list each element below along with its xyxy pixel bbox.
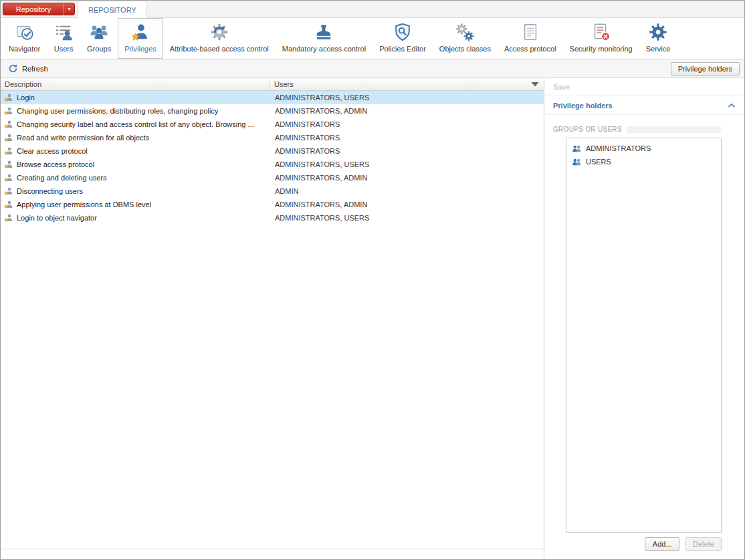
privilege-holders-section-title: Privilege holders bbox=[553, 102, 613, 110]
table-row[interactable]: Applying user permissions at DBMS levelA… bbox=[1, 198, 544, 211]
save-button[interactable]: Save bbox=[544, 78, 744, 96]
cell-description: Login to object navigator bbox=[1, 213, 270, 223]
toolbar-item-navigator[interactable]: Navigator bbox=[2, 18, 47, 59]
members-listbox[interactable]: ADMINISTRATORSUSERS bbox=[566, 138, 722, 533]
privilege-description: Browse access protocol bbox=[17, 160, 94, 168]
privilege-description: Applying user permissions at DBMS level bbox=[17, 200, 151, 208]
dropdown-caret-icon: ▾ bbox=[64, 3, 74, 15]
privilege-users: ADMINISTRATORS, USERS bbox=[270, 94, 544, 102]
attribute-access-icon bbox=[209, 22, 229, 42]
table-bottom-edge bbox=[1, 549, 544, 559]
tab-strip: Repository ▾ REPOSITORY bbox=[1, 1, 744, 18]
toolbar-item-label: Navigator bbox=[9, 45, 40, 53]
table-row[interactable]: Login to object navigatorADMINISTRATORS,… bbox=[1, 211, 544, 225]
privilege-icon bbox=[4, 200, 13, 209]
column-menu-caret-icon[interactable] bbox=[530, 78, 540, 90]
toolbar-item-privileges[interactable]: Privileges bbox=[118, 18, 163, 59]
column-header-users[interactable]: Users bbox=[270, 78, 544, 90]
groups-or-users-row: GROUPS OR USERS bbox=[553, 126, 722, 133]
privilege-icon bbox=[4, 213, 13, 223]
privilege-description: Changing security label and access contr… bbox=[17, 120, 254, 128]
cell-description: Clear access protocol bbox=[1, 146, 270, 156]
table-body: LoginADMINISTRATORS, USERSChanging user … bbox=[1, 91, 544, 549]
privilege-users: ADMINISTRATORS bbox=[270, 147, 544, 155]
cell-description: Changing user permissions, distributing … bbox=[1, 106, 270, 116]
privilege-icon bbox=[4, 186, 13, 196]
toolbar-item-security-monitoring[interactable]: Security monitoring bbox=[563, 18, 639, 59]
privileges-icon bbox=[130, 22, 150, 42]
toolbar-item-users[interactable]: Users bbox=[47, 18, 80, 59]
column-header-users-label: Users bbox=[274, 80, 294, 88]
privilege-description: Login to object navigator bbox=[17, 214, 97, 222]
repository-menu-button[interactable]: Repository ▾ bbox=[3, 3, 75, 15]
cell-description: Disconnecting users bbox=[1, 186, 270, 196]
refresh-label: Refresh bbox=[22, 65, 48, 73]
mandatory-access-icon bbox=[314, 22, 334, 42]
table-row[interactable]: Read and write permission for all object… bbox=[1, 131, 544, 144]
tab-repository-label: REPOSITORY bbox=[88, 6, 136, 14]
privilege-holders-panel: Save Privilege holders GROUPS OR USERS A… bbox=[544, 78, 744, 559]
group-icon bbox=[572, 144, 582, 153]
column-header-description[interactable]: Description bbox=[1, 78, 270, 90]
privilege-icon bbox=[4, 120, 13, 129]
navigator-icon bbox=[15, 22, 35, 42]
refresh-button[interactable]: Refresh bbox=[4, 62, 52, 75]
privilege-icon bbox=[4, 146, 13, 156]
privilege-holders-button[interactable]: Privilege holders bbox=[671, 62, 740, 76]
security-monitoring-icon bbox=[591, 22, 611, 42]
list-item-administrators[interactable]: ADMINISTRATORS bbox=[568, 142, 719, 155]
table-row[interactable]: Changing security label and access contr… bbox=[1, 118, 544, 131]
toolbar-item-label: Mandatory access control bbox=[282, 45, 366, 53]
toolbar-item-groups[interactable]: Groups bbox=[80, 18, 118, 59]
repository-menu-label: Repository bbox=[3, 5, 64, 13]
privilege-icon bbox=[4, 133, 13, 142]
cell-description: Browse access protocol bbox=[1, 160, 270, 169]
toolbar: NavigatorUsersGroupsPrivilegesAttribute-… bbox=[1, 18, 744, 59]
toolbar-item-label: Security monitoring bbox=[570, 45, 633, 53]
toolbar-item-mandatory-access-control[interactable]: Mandatory access control bbox=[276, 18, 372, 59]
save-button-label: Save bbox=[553, 83, 570, 91]
table-row[interactable]: Disconnecting usersADMIN bbox=[1, 184, 544, 198]
member-name: USERS bbox=[586, 158, 611, 166]
service-icon bbox=[648, 22, 668, 42]
toolbar-item-label: Policies Editor bbox=[379, 45, 426, 53]
toolbar-item-label: Service bbox=[646, 45, 671, 53]
table-row[interactable]: Creating and deleting usersADMINISTRATOR… bbox=[1, 171, 544, 184]
toolbar-item-attribute-based-access-control[interactable]: Attribute-based access control bbox=[163, 18, 276, 59]
delete-button[interactable]: Delete bbox=[685, 537, 722, 551]
privilege-description: Changing user permissions, distributing … bbox=[17, 107, 218, 115]
toolbar-item-label: Access protocol bbox=[504, 45, 556, 53]
privilege-users: ADMINISTRATORS, ADMIN bbox=[270, 107, 544, 115]
toolbar-item-service[interactable]: Service bbox=[639, 18, 677, 59]
cell-description: Login bbox=[1, 93, 270, 102]
group-icon bbox=[572, 158, 582, 166]
panel-buttons: Add... Delete bbox=[544, 533, 744, 559]
toolbar-item-objects-classes[interactable]: Objects classes bbox=[433, 18, 498, 59]
toolbar-item-label: Attribute-based access control bbox=[170, 45, 269, 53]
refresh-icon bbox=[8, 63, 18, 74]
privilege-users: ADMINISTRATORS, USERS bbox=[270, 160, 544, 168]
app-window: Repository ▾ REPOSITORY NavigatorUsersGr… bbox=[0, 0, 745, 560]
objects-classes-icon bbox=[455, 22, 475, 42]
table-row[interactable]: Changing user permissions, distributing … bbox=[1, 104, 544, 118]
privilege-icon bbox=[4, 160, 13, 169]
toolbar-item-policies-editor[interactable]: Policies Editor bbox=[372, 18, 433, 59]
chevron-up-icon[interactable] bbox=[728, 103, 736, 108]
policies-editor-icon bbox=[393, 22, 413, 42]
privilege-holders-section-header[interactable]: Privilege holders bbox=[544, 96, 744, 115]
privilege-description: Disconnecting users bbox=[17, 187, 83, 195]
table-row[interactable]: Browse access protocolADMINISTRATORS, US… bbox=[1, 158, 544, 171]
table-row[interactable]: LoginADMINISTRATORS, USERS bbox=[1, 91, 544, 104]
toolbar-item-access-protocol[interactable]: Access protocol bbox=[498, 18, 563, 59]
cell-description: Changing security label and access contr… bbox=[1, 120, 270, 129]
privilege-description: Login bbox=[17, 94, 35, 102]
privilege-users: ADMIN bbox=[270, 187, 544, 195]
member-name: ADMINISTRATORS bbox=[586, 144, 651, 152]
groups-icon bbox=[89, 22, 109, 42]
table-row[interactable]: Clear access protocolADMINISTRATORS bbox=[1, 144, 544, 158]
table-header: Description Users bbox=[1, 78, 544, 91]
tab-repository[interactable]: REPOSITORY bbox=[78, 1, 147, 18]
add-button[interactable]: Add... bbox=[645, 537, 679, 551]
list-item-users[interactable]: USERS bbox=[568, 155, 719, 168]
privilege-users: ADMINISTRATORS bbox=[270, 120, 544, 128]
